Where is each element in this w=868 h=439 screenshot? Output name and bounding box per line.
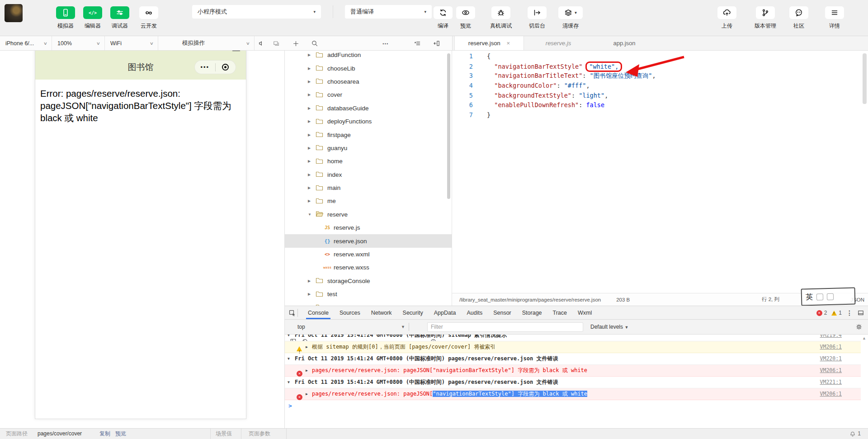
code-line[interactable]: 1{ [452, 52, 868, 61]
expand-arrow-icon[interactable]: ▶ [308, 53, 311, 57]
page-params-label[interactable]: 页面参数 [249, 429, 270, 439]
tree-folder-main[interactable]: ▶main [285, 181, 452, 194]
version-control-button[interactable]: 版本管理 [747, 0, 783, 30]
devtools-tab-sensor[interactable]: Sensor [488, 306, 517, 319]
capsule-menu[interactable]: ••• [194, 60, 236, 74]
devtools-tab-trace[interactable]: Trace [547, 306, 573, 319]
tab-reserve-js[interactable]: reserve.js [524, 36, 593, 50]
vm-source-link[interactable]: VM206:1 [820, 388, 842, 400]
tree-folder-choosearea[interactable]: ▶choosearea [285, 75, 452, 88]
expand-arrow-icon[interactable]: ▶ [308, 66, 311, 71]
community-button[interactable]: 社区 [785, 0, 812, 30]
preview-link[interactable]: 预览 [115, 429, 126, 439]
real-device-debug-button[interactable]: 真机调试 [483, 0, 519, 30]
tree-folder-me[interactable]: ▶me [285, 194, 452, 208]
devtools-tab-audits[interactable]: Audits [461, 306, 488, 319]
tree-folder-partial[interactable]: ▶ [285, 301, 452, 306]
exit-target-icon[interactable] [216, 64, 236, 71]
execution-context-dropdown[interactable]: top▼ [297, 324, 405, 330]
clear-cache-button[interactable]: ▼ 清缓存 [555, 0, 586, 30]
tree-folder-databaseGuide[interactable]: ▶databaseGuide [285, 102, 452, 115]
preview-button[interactable]: 预览 [452, 0, 479, 30]
error-count-badge[interactable]: × 2 [816, 310, 827, 316]
console-input-row[interactable]: > [285, 400, 861, 412]
console-message-error[interactable]: ×▶pages/reserve/reserve.json: pageJSON["… [285, 365, 861, 377]
tree-file-reserve.wxml[interactable]: <>reserve.wxml [285, 248, 452, 261]
collapse-arrow-icon[interactable]: ▼ [288, 377, 290, 388]
console-message-warning[interactable]: ▶根据 sitemap 的规则[0]，当前页面 [pages/cover/cov… [285, 341, 861, 353]
phone-screen[interactable]: ●●●●● WeChat 15:40 50% 图书馆 ••• Error: pa… [35, 51, 246, 419]
tree-folder-chooseLib[interactable]: ▶chooseLib [285, 61, 452, 75]
console-message-group[interactable]: ▼Fri Oct 11 2019 15:41:24 GMT+0800 (中国标准… [285, 353, 861, 365]
code-line[interactable]: 6 "enablePullDownRefresh": false [452, 100, 868, 110]
kebab-menu-icon[interactable]: ⋮ [846, 309, 853, 316]
expand-arrow-icon[interactable]: ▶ [308, 106, 311, 110]
details-button[interactable]: 详情 [821, 0, 848, 30]
devtools-tab-storage[interactable]: Storage [517, 306, 547, 319]
vm-source-link[interactable]: VM206:1 [820, 365, 842, 376]
editor-button[interactable]: </> 编辑器 [79, 0, 106, 30]
expand-arrow-icon[interactable]: ▶ [306, 388, 308, 400]
code-line[interactable]: 5 "backgroundTextStyle": "light", [452, 91, 868, 101]
editor-scrollbar[interactable] [863, 53, 867, 104]
tree-file-reserve.json[interactable]: {}reserve.json [285, 234, 452, 247]
close-tab-icon[interactable]: × [507, 40, 510, 47]
collapse-arrow-icon[interactable]: ▼ [308, 212, 311, 217]
cloud-dev-button[interactable]: 云开发 [135, 0, 162, 30]
copy-link[interactable]: 复制 [99, 429, 110, 439]
scene-value-label[interactable]: 场景值 [216, 429, 232, 439]
tree-folder-deployFunctions[interactable]: ▶deployFunctions [285, 115, 452, 128]
compile-mode-dropdown[interactable]: 普通编译▾ [345, 5, 432, 19]
code-line[interactable]: 2 "navigationBarTextStyle""white", [452, 61, 868, 71]
tree-folder-firstpage[interactable]: ▶firstpage [285, 128, 452, 141]
devtools-tab-sources[interactable]: Sources [334, 306, 366, 319]
expand-arrow-icon[interactable]: ▶ [308, 93, 311, 97]
devtools-tab-security[interactable]: Security [397, 306, 429, 319]
device-frame-icon[interactable] [272, 39, 281, 48]
switch-background-button[interactable]: 切后台 [521, 0, 553, 30]
simulator-button[interactable]: 模拟器 [52, 0, 79, 30]
notification-bell[interactable]: 1 [849, 429, 861, 439]
warning-count-badge[interactable]: 1 [831, 310, 842, 316]
tree-folder-cover[interactable]: ▶cover [285, 88, 452, 101]
devtools-tab-network[interactable]: Network [366, 306, 397, 319]
tab-reserve-json[interactable]: reserve.json × [454, 36, 524, 50]
collapse-arrow-icon[interactable]: ▼ [288, 353, 290, 364]
expand-arrow-icon[interactable]: ▶ [308, 133, 311, 137]
console-message-error[interactable]: ×▶pages/reserve/reserve.json: pageJSON["… [285, 388, 861, 400]
tree-scrollbar[interactable] [447, 53, 450, 199]
expand-arrow-icon[interactable]: ▶ [308, 80, 311, 84]
more-actions-icon[interactable]: ⋯ [381, 39, 390, 48]
tree-file-reserve.js[interactable]: JSreserve.js [285, 221, 452, 234]
devtools-tab-wxml[interactable]: Wxml [572, 306, 597, 319]
console-message-group[interactable]: ▼Fri Oct 11 2019 15:41:24 GMT+0800 (中国标准… [285, 335, 861, 341]
tree-folder-test[interactable]: ▶test [285, 288, 452, 301]
simulate-action-dropdown[interactable]: 模拟操作∨ [158, 36, 255, 50]
tree-folder-storageConsole[interactable]: ▶storageConsole [285, 274, 452, 288]
expand-arrow-icon[interactable]: ▶ [308, 199, 311, 203]
tree-folder-index[interactable]: ▶index [285, 168, 452, 181]
code-line[interactable]: 7} [452, 110, 868, 120]
expand-arrow-icon[interactable]: ▶ [306, 365, 308, 376]
project-mode-dropdown[interactable]: 小程序模式▾ [192, 5, 321, 19]
expand-arrow-icon[interactable]: ▶ [308, 146, 311, 150]
zoom-dropdown[interactable]: 100%∨ [52, 36, 105, 50]
code-line[interactable]: 3 "navigationBarTitleText": "图书馆座位预约查询", [452, 71, 868, 81]
vm-source-link[interactable]: VM206:1 [820, 341, 842, 353]
expand-arrow-icon[interactable]: ▶ [308, 119, 311, 123]
tree-folder-guanyu[interactable]: ▶guanyu [285, 142, 452, 155]
console-settings-gear-icon[interactable] [855, 323, 863, 330]
new-file-icon[interactable] [291, 39, 300, 48]
vm-source-link[interactable]: VM219:4 [820, 335, 842, 341]
network-dropdown[interactable]: WiFi∨ [105, 36, 158, 50]
expand-arrow-icon[interactable]: ▶ [306, 341, 308, 353]
vm-source-link[interactable]: VM221:1 [820, 377, 842, 388]
devtools-tab-appdata[interactable]: AppData [429, 306, 462, 319]
vm-source-link[interactable]: VM220:1 [820, 353, 842, 364]
collapse-arrow-icon[interactable]: ▼ [288, 335, 290, 341]
collapse-panel-icon[interactable] [432, 39, 441, 48]
tree-folder-reserve[interactable]: ▼reserve [285, 208, 452, 221]
expand-arrow-icon[interactable]: ▶ [308, 159, 311, 163]
scroll-up-icon[interactable]: ▲ [862, 336, 866, 340]
log-levels-dropdown[interactable]: Default levels ▼ [590, 324, 628, 330]
